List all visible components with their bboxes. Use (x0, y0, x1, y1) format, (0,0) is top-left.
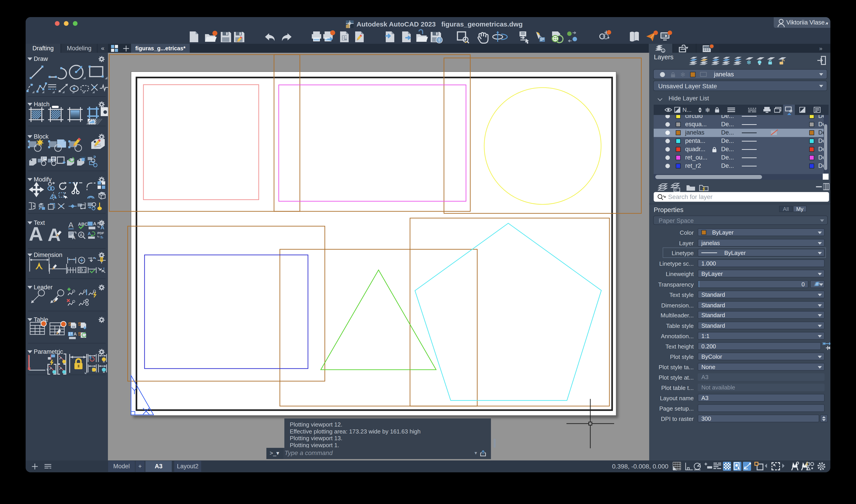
svg-text:❄: ❄ (789, 109, 793, 113)
svg-text:❄: ❄ (747, 59, 751, 65)
